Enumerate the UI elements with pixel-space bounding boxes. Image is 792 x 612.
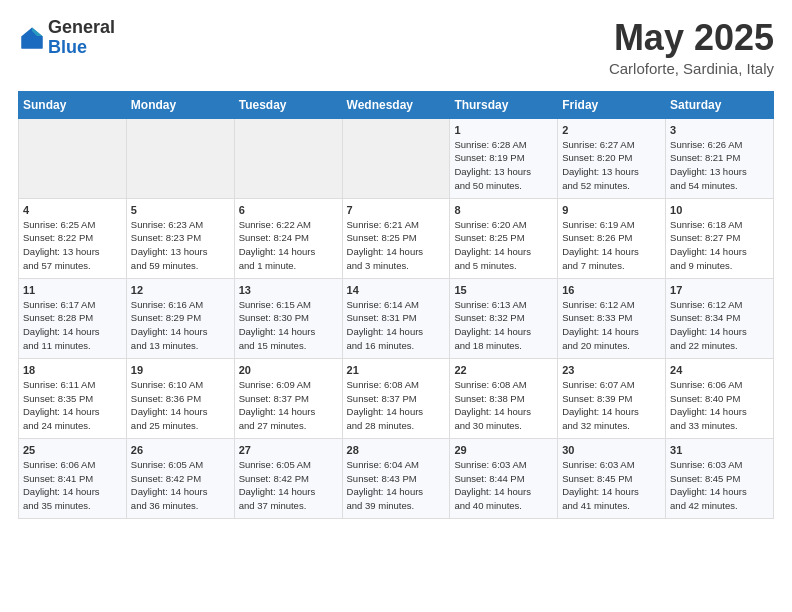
day-info: Sunrise: 6:14 AMSunset: 8:31 PMDaylight:… (347, 298, 446, 353)
day-number: 6 (239, 204, 338, 216)
day-number: 12 (131, 284, 230, 296)
day-info: Sunrise: 6:25 AMSunset: 8:22 PMDaylight:… (23, 218, 122, 273)
day-number: 7 (347, 204, 446, 216)
calendar-cell: 15Sunrise: 6:13 AMSunset: 8:32 PMDayligh… (450, 278, 558, 358)
calendar-week-row: 4Sunrise: 6:25 AMSunset: 8:22 PMDaylight… (19, 198, 774, 278)
calendar-cell: 2Sunrise: 6:27 AMSunset: 8:20 PMDaylight… (558, 118, 666, 198)
weekday-header-sunday: Sunday (19, 91, 127, 118)
month-title: May 2025 (609, 18, 774, 58)
logo-blue: Blue (48, 38, 115, 58)
weekday-header-tuesday: Tuesday (234, 91, 342, 118)
title-block: May 2025 Carloforte, Sardinia, Italy (609, 18, 774, 77)
day-number: 10 (670, 204, 769, 216)
calendar-cell: 16Sunrise: 6:12 AMSunset: 8:33 PMDayligh… (558, 278, 666, 358)
location: Carloforte, Sardinia, Italy (609, 60, 774, 77)
calendar-cell: 13Sunrise: 6:15 AMSunset: 8:30 PMDayligh… (234, 278, 342, 358)
day-number: 5 (131, 204, 230, 216)
day-number: 24 (670, 364, 769, 376)
day-info: Sunrise: 6:21 AMSunset: 8:25 PMDaylight:… (347, 218, 446, 273)
day-number: 28 (347, 444, 446, 456)
day-number: 4 (23, 204, 122, 216)
day-info: Sunrise: 6:26 AMSunset: 8:21 PMDaylight:… (670, 138, 769, 193)
day-info: Sunrise: 6:16 AMSunset: 8:29 PMDaylight:… (131, 298, 230, 353)
calendar-cell: 21Sunrise: 6:08 AMSunset: 8:37 PMDayligh… (342, 358, 450, 438)
day-number: 15 (454, 284, 553, 296)
weekday-header-saturday: Saturday (666, 91, 774, 118)
day-number: 9 (562, 204, 661, 216)
calendar-cell: 12Sunrise: 6:16 AMSunset: 8:29 PMDayligh… (126, 278, 234, 358)
day-number: 22 (454, 364, 553, 376)
day-info: Sunrise: 6:28 AMSunset: 8:19 PMDaylight:… (454, 138, 553, 193)
weekday-header-wednesday: Wednesday (342, 91, 450, 118)
calendar-cell: 31Sunrise: 6:03 AMSunset: 8:45 PMDayligh… (666, 438, 774, 518)
calendar-cell: 20Sunrise: 6:09 AMSunset: 8:37 PMDayligh… (234, 358, 342, 438)
calendar-cell: 18Sunrise: 6:11 AMSunset: 8:35 PMDayligh… (19, 358, 127, 438)
day-number: 23 (562, 364, 661, 376)
calendar-cell: 24Sunrise: 6:06 AMSunset: 8:40 PMDayligh… (666, 358, 774, 438)
calendar-cell: 9Sunrise: 6:19 AMSunset: 8:26 PMDaylight… (558, 198, 666, 278)
day-info: Sunrise: 6:20 AMSunset: 8:25 PMDaylight:… (454, 218, 553, 273)
day-number: 13 (239, 284, 338, 296)
day-number: 19 (131, 364, 230, 376)
calendar-cell: 1Sunrise: 6:28 AMSunset: 8:19 PMDaylight… (450, 118, 558, 198)
calendar-cell (126, 118, 234, 198)
logo-icon (18, 24, 46, 52)
day-info: Sunrise: 6:08 AMSunset: 8:38 PMDaylight:… (454, 378, 553, 433)
weekday-header-monday: Monday (126, 91, 234, 118)
day-info: Sunrise: 6:07 AMSunset: 8:39 PMDaylight:… (562, 378, 661, 433)
day-info: Sunrise: 6:05 AMSunset: 8:42 PMDaylight:… (131, 458, 230, 513)
calendar-cell: 19Sunrise: 6:10 AMSunset: 8:36 PMDayligh… (126, 358, 234, 438)
day-info: Sunrise: 6:03 AMSunset: 8:45 PMDaylight:… (562, 458, 661, 513)
calendar-week-row: 11Sunrise: 6:17 AMSunset: 8:28 PMDayligh… (19, 278, 774, 358)
day-info: Sunrise: 6:04 AMSunset: 8:43 PMDaylight:… (347, 458, 446, 513)
day-number: 16 (562, 284, 661, 296)
calendar-cell (234, 118, 342, 198)
logo: General Blue (18, 18, 115, 58)
day-info: Sunrise: 6:05 AMSunset: 8:42 PMDaylight:… (239, 458, 338, 513)
day-info: Sunrise: 6:27 AMSunset: 8:20 PMDaylight:… (562, 138, 661, 193)
calendar-cell: 22Sunrise: 6:08 AMSunset: 8:38 PMDayligh… (450, 358, 558, 438)
calendar-cell: 4Sunrise: 6:25 AMSunset: 8:22 PMDaylight… (19, 198, 127, 278)
day-info: Sunrise: 6:06 AMSunset: 8:40 PMDaylight:… (670, 378, 769, 433)
day-number: 8 (454, 204, 553, 216)
day-number: 29 (454, 444, 553, 456)
calendar-cell: 23Sunrise: 6:07 AMSunset: 8:39 PMDayligh… (558, 358, 666, 438)
day-number: 27 (239, 444, 338, 456)
day-number: 21 (347, 364, 446, 376)
day-number: 14 (347, 284, 446, 296)
day-number: 18 (23, 364, 122, 376)
day-info: Sunrise: 6:22 AMSunset: 8:24 PMDaylight:… (239, 218, 338, 273)
calendar-week-row: 18Sunrise: 6:11 AMSunset: 8:35 PMDayligh… (19, 358, 774, 438)
calendar-cell: 14Sunrise: 6:14 AMSunset: 8:31 PMDayligh… (342, 278, 450, 358)
day-info: Sunrise: 6:03 AMSunset: 8:44 PMDaylight:… (454, 458, 553, 513)
svg-rect-2 (22, 36, 43, 48)
day-info: Sunrise: 6:11 AMSunset: 8:35 PMDaylight:… (23, 378, 122, 433)
day-number: 17 (670, 284, 769, 296)
day-info: Sunrise: 6:10 AMSunset: 8:36 PMDaylight:… (131, 378, 230, 433)
day-info: Sunrise: 6:12 AMSunset: 8:34 PMDaylight:… (670, 298, 769, 353)
calendar-cell: 3Sunrise: 6:26 AMSunset: 8:21 PMDaylight… (666, 118, 774, 198)
calendar-cell: 11Sunrise: 6:17 AMSunset: 8:28 PMDayligh… (19, 278, 127, 358)
calendar-table: SundayMondayTuesdayWednesdayThursdayFrid… (18, 91, 774, 519)
calendar-header: General Blue May 2025 Carloforte, Sardin… (18, 18, 774, 77)
day-number: 3 (670, 124, 769, 136)
day-number: 11 (23, 284, 122, 296)
day-info: Sunrise: 6:19 AMSunset: 8:26 PMDaylight:… (562, 218, 661, 273)
calendar-cell: 6Sunrise: 6:22 AMSunset: 8:24 PMDaylight… (234, 198, 342, 278)
day-number: 31 (670, 444, 769, 456)
day-info: Sunrise: 6:12 AMSunset: 8:33 PMDaylight:… (562, 298, 661, 353)
calendar-week-row: 1Sunrise: 6:28 AMSunset: 8:19 PMDaylight… (19, 118, 774, 198)
calendar-cell (19, 118, 127, 198)
calendar-cell: 10Sunrise: 6:18 AMSunset: 8:27 PMDayligh… (666, 198, 774, 278)
day-info: Sunrise: 6:17 AMSunset: 8:28 PMDaylight:… (23, 298, 122, 353)
day-info: Sunrise: 6:08 AMSunset: 8:37 PMDaylight:… (347, 378, 446, 433)
day-number: 1 (454, 124, 553, 136)
calendar-cell: 29Sunrise: 6:03 AMSunset: 8:44 PMDayligh… (450, 438, 558, 518)
day-number: 2 (562, 124, 661, 136)
weekday-header-friday: Friday (558, 91, 666, 118)
day-number: 20 (239, 364, 338, 376)
calendar-cell: 27Sunrise: 6:05 AMSunset: 8:42 PMDayligh… (234, 438, 342, 518)
day-info: Sunrise: 6:18 AMSunset: 8:27 PMDaylight:… (670, 218, 769, 273)
day-number: 30 (562, 444, 661, 456)
day-info: Sunrise: 6:09 AMSunset: 8:37 PMDaylight:… (239, 378, 338, 433)
